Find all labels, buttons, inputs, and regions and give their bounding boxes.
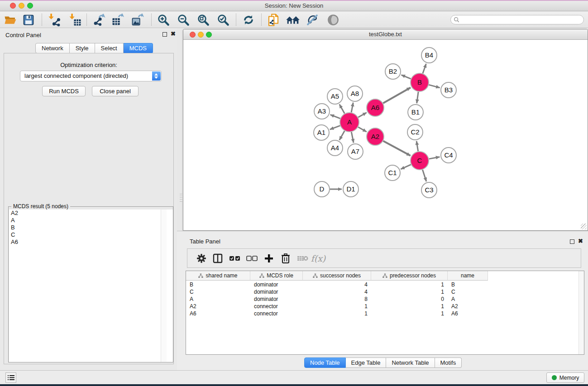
graph-edge-B-B2[interactable] bbox=[402, 75, 411, 79]
zoom-in-button[interactable] bbox=[155, 13, 172, 27]
graph-edge-B-B3[interactable] bbox=[429, 85, 440, 87]
graph-edge-C-C1[interactable] bbox=[401, 165, 411, 169]
close-panel-icon[interactable]: ✖ bbox=[171, 31, 176, 37]
network-minimize-button[interactable] bbox=[198, 32, 204, 38]
graph-node-C4[interactable]: C4 bbox=[441, 148, 456, 163]
search-input[interactable] bbox=[462, 16, 580, 24]
graph-node-A8[interactable]: A8 bbox=[347, 86, 363, 101]
zoom-out-button[interactable] bbox=[175, 13, 191, 27]
graph-edge-A-A1[interactable] bbox=[330, 126, 340, 129]
minimize-window-button[interactable] bbox=[19, 3, 24, 9]
open-session-button[interactable] bbox=[2, 13, 19, 27]
graph-edge-A-A6[interactable] bbox=[358, 113, 367, 117]
close-window-button[interactable] bbox=[10, 3, 16, 9]
tab-motifs[interactable]: Motifs bbox=[435, 357, 462, 368]
graph-node-B1[interactable]: B1 bbox=[408, 105, 423, 120]
delete-table-button[interactable] bbox=[295, 251, 311, 266]
mcds-result-item[interactable]: A2 bbox=[9, 210, 173, 217]
graph-edge-A-A8[interactable] bbox=[351, 103, 353, 113]
function-builder-button[interactable]: f(x) bbox=[311, 251, 326, 266]
tab-node-table[interactable]: Node Table bbox=[304, 357, 346, 368]
import-table-button[interactable] bbox=[67, 13, 83, 27]
tab-mcds[interactable]: MCDS bbox=[124, 43, 153, 53]
mcds-result-scrollbar[interactable] bbox=[161, 210, 167, 362]
tab-network-table[interactable]: Network Table bbox=[386, 357, 435, 368]
table-options-button[interactable] bbox=[194, 251, 209, 266]
hide-graphics-details-button[interactable] bbox=[304, 13, 320, 27]
export-table-button[interactable] bbox=[110, 13, 126, 27]
export-image-button[interactable] bbox=[130, 13, 146, 27]
deselect-all-button[interactable] bbox=[244, 251, 260, 266]
tab-style[interactable]: Style bbox=[70, 43, 95, 53]
graph-edge-A-A2[interactable] bbox=[358, 127, 367, 132]
apply-layout-button[interactable] bbox=[240, 13, 257, 27]
graph-node-A[interactable]: A bbox=[340, 113, 359, 132]
tab-network[interactable]: Network bbox=[35, 43, 70, 53]
splitter-gripper-vertical[interactable] bbox=[180, 194, 182, 202]
first-neighbors-button[interactable] bbox=[285, 13, 301, 27]
network-canvas[interactable]: AA1A2A3A4A5A6A7A8BB1B2B3B4CC1C2C3C4DD1 bbox=[184, 40, 587, 230]
tab-edge-table[interactable]: Edge Table bbox=[346, 357, 387, 368]
graph-node-A1[interactable]: A1 bbox=[314, 125, 329, 140]
graph-edge-C-C2[interactable] bbox=[416, 141, 418, 152]
optimization-criterion-select[interactable]: largest connected component (directed) bbox=[20, 71, 162, 81]
window-resize-grip[interactable] bbox=[581, 224, 587, 229]
mcds-result-item[interactable]: A6 bbox=[9, 238, 173, 246]
show-columns-button[interactable] bbox=[210, 251, 225, 266]
close-panel-button[interactable]: Close panel bbox=[92, 86, 139, 96]
graph-node-D1[interactable]: D1 bbox=[343, 181, 359, 197]
graph-node-A4[interactable]: A4 bbox=[327, 140, 343, 156]
select-all-button[interactable] bbox=[227, 251, 243, 266]
graph-edge-A-A5[interactable] bbox=[339, 104, 344, 113]
import-network-button[interactable] bbox=[46, 13, 62, 27]
graph-node-C3[interactable]: C3 bbox=[421, 182, 437, 198]
graph-edge-A-A3[interactable] bbox=[330, 114, 340, 119]
table-scrollbar[interactable] bbox=[578, 271, 584, 354]
graph-node-D[interactable]: D bbox=[314, 181, 330, 197]
float-table-panel-icon[interactable] bbox=[570, 239, 574, 244]
graph-edge-A-A7[interactable] bbox=[351, 132, 354, 143]
graph-edge-B-B4[interactable] bbox=[423, 64, 426, 73]
graph-node-B3[interactable]: B3 bbox=[441, 82, 456, 98]
mcds-result-item[interactable]: B bbox=[9, 224, 173, 231]
column-header-MCDS-role[interactable]: MCDS role bbox=[250, 271, 303, 281]
graph-node-A7[interactable]: A7 bbox=[348, 144, 363, 159]
zoom-selected-button[interactable] bbox=[215, 13, 231, 27]
graph-node-A2[interactable]: A2 bbox=[367, 128, 384, 145]
column-header-shared-name[interactable]: shared name bbox=[186, 271, 250, 281]
zoom-fit-button[interactable] bbox=[195, 13, 211, 27]
save-session-button[interactable] bbox=[20, 13, 37, 27]
duplicate-network-button[interactable] bbox=[265, 13, 282, 27]
graph-edge-C-C3[interactable] bbox=[422, 170, 426, 181]
export-network-button[interactable] bbox=[91, 13, 107, 27]
show-graphics-details-button[interactable] bbox=[325, 13, 341, 27]
mcds-result-item[interactable]: C bbox=[9, 231, 173, 238]
table-row[interactable]: A2connector11A2 bbox=[186, 303, 488, 310]
column-header-name[interactable]: name bbox=[448, 271, 488, 281]
graph-node-A3[interactable]: A3 bbox=[314, 104, 330, 119]
mcds-result-item[interactable]: A bbox=[9, 217, 173, 224]
column-header-predecessor-nodes[interactable]: predecessor nodes bbox=[371, 271, 448, 281]
graph-edge-B-B1[interactable] bbox=[417, 92, 418, 103]
delete-columns-button[interactable] bbox=[278, 251, 293, 266]
table-row[interactable]: Adominator80A bbox=[186, 295, 488, 303]
graph-node-A6[interactable]: A6 bbox=[367, 99, 384, 116]
graph-node-A5[interactable]: A5 bbox=[327, 89, 343, 104]
column-header-successor-nodes[interactable]: successor nodes bbox=[303, 271, 371, 281]
graph-node-C[interactable]: C bbox=[411, 152, 429, 170]
tab-select[interactable]: Select bbox=[95, 43, 124, 53]
graph-node-B4[interactable]: B4 bbox=[421, 48, 437, 63]
table-row[interactable]: A6connector11A6 bbox=[186, 310, 488, 317]
graph-node-B2[interactable]: B2 bbox=[385, 64, 401, 79]
graph-node-B[interactable]: B bbox=[411, 73, 429, 91]
memory-button[interactable]: Memory bbox=[546, 372, 584, 383]
graph-edge-A-A4[interactable] bbox=[339, 131, 344, 140]
network-close-button[interactable] bbox=[190, 32, 196, 38]
table-row[interactable]: Cdominator41C bbox=[186, 288, 488, 295]
add-column-button[interactable] bbox=[261, 251, 277, 266]
network-zoom-button[interactable] bbox=[206, 32, 212, 38]
close-table-panel-icon[interactable]: ✖ bbox=[578, 238, 583, 244]
zoom-window-button[interactable] bbox=[27, 3, 33, 9]
table-row[interactable]: Bdominator41B bbox=[186, 281, 488, 288]
graph-edge-A6-B[interactable] bbox=[383, 87, 411, 103]
